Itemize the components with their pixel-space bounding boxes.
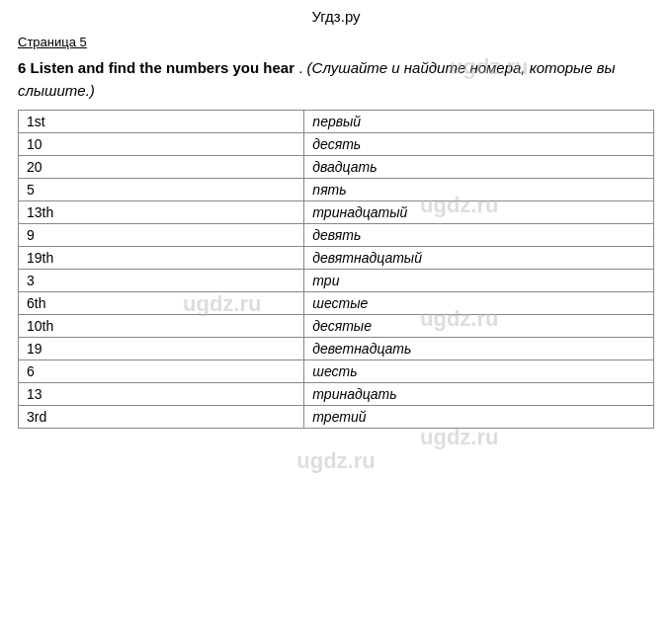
exercise-title: 6 Listen and find the numbers you hear .…	[18, 57, 654, 102]
translation-cell: двадцать	[304, 156, 654, 179]
table-row: 6шесть	[19, 360, 654, 383]
exercise-instruction-bold: Listen and find the numbers you hear	[31, 59, 295, 76]
number-cell: 10	[19, 133, 304, 156]
table-row: 10thдесятые	[19, 315, 654, 338]
translation-cell: шесть	[304, 360, 654, 383]
translation-cell: десять	[304, 133, 654, 156]
table-row: 19thдевятнадцатый	[19, 247, 654, 270]
number-cell: 20	[19, 156, 304, 179]
table-row: 20двадцать	[19, 156, 654, 179]
table-row: 9девять	[19, 224, 654, 247]
number-cell: 19	[19, 338, 304, 360]
translation-cell: девять	[304, 224, 654, 247]
number-cell: 1st	[19, 111, 304, 133]
table-row: 6thшестые	[19, 292, 654, 315]
translation-cell: деветнадцать	[304, 338, 654, 360]
number-cell: 19th	[19, 247, 304, 270]
numbers-table: 1stпервый10десять20двадцать5пять13thтрин…	[18, 110, 654, 429]
exercise-number: 6	[18, 59, 31, 76]
number-cell: 10th	[19, 315, 304, 338]
number-cell: 5	[19, 179, 304, 201]
table-row: 5пять	[19, 179, 654, 201]
table-row: 13тринадцать	[19, 383, 654, 406]
table-row: 1stпервый	[19, 111, 654, 133]
site-title: Угдз.ру	[311, 8, 360, 25]
table-row: 19деветнадцать	[19, 338, 654, 360]
translation-cell: первый	[304, 111, 654, 133]
number-cell: 13th	[19, 201, 304, 224]
translation-cell: десятые	[304, 315, 654, 338]
number-cell: 9	[19, 224, 304, 247]
translation-cell: шестые	[304, 292, 654, 315]
translation-cell: три	[304, 270, 654, 292]
table-row: 3три	[19, 270, 654, 292]
table-row: 3rdтретий	[19, 406, 654, 429]
translation-cell: девятнадцатый	[304, 247, 654, 270]
translation-cell: третий	[304, 406, 654, 429]
translation-cell: пять	[304, 179, 654, 201]
number-cell: 6th	[19, 292, 304, 315]
number-cell: 6	[19, 360, 304, 383]
number-cell: 3	[19, 270, 304, 292]
table-row: 10десять	[19, 133, 654, 156]
number-cell: 3rd	[19, 406, 304, 429]
watermark-footer: ugdz.ru	[296, 448, 375, 473]
translation-cell: тринадцать	[304, 383, 654, 406]
table-row: 13thтринадцатый	[19, 201, 654, 224]
page-reference: Страница 5	[0, 29, 672, 53]
translation-cell: тринадцатый	[304, 201, 654, 224]
number-cell: 13	[19, 383, 304, 406]
site-header: Угдз.ру	[0, 0, 672, 29]
exercise-instruction-italic: .	[298, 59, 306, 76]
